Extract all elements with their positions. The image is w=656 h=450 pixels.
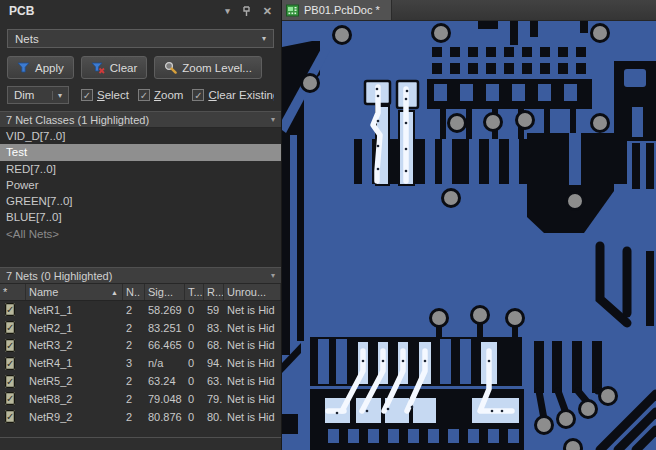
- net-r: 94.: [204, 357, 224, 369]
- net-unrouted: Net is Hid: [224, 411, 281, 423]
- apply-button[interactable]: Apply: [7, 56, 74, 79]
- document-tab[interactable]: PB01.PcbDoc *: [282, 0, 392, 20]
- net-t: 0: [185, 322, 204, 334]
- column-header-t[interactable]: T...: [185, 284, 204, 300]
- net-r: 80.: [204, 411, 224, 423]
- pcb-editor: PB01.PcbDoc *: [282, 0, 656, 450]
- net-class-item[interactable]: Power: [0, 177, 281, 193]
- net-signal: 80.876: [145, 411, 185, 423]
- net-signal: n/a: [145, 357, 185, 369]
- table-row[interactable]: ✓ NetR8_2 2 79.048 0 79. Net is Hid: [0, 390, 281, 408]
- net-class-item-all-nets[interactable]: <All Nets>: [0, 226, 281, 242]
- close-icon[interactable]: ✕: [263, 6, 272, 17]
- net-nodes: 2: [123, 411, 145, 423]
- column-header-nodes[interactable]: N..: [123, 284, 145, 300]
- net-class-item[interactable]: RED[7..0]: [0, 161, 281, 177]
- net-signal: 66.465: [145, 339, 185, 351]
- table-row[interactable]: ✓ NetR1_1 2 58.269 0 59 Net is Hid: [0, 301, 281, 319]
- dim-mode-value: Dim: [14, 89, 34, 101]
- magnifier-icon: [164, 61, 177, 74]
- nets-table-header-row: * Name ▲ N.. Sig... T... R... Unrou...: [0, 284, 281, 301]
- column-header-enabled[interactable]: *: [0, 284, 26, 300]
- net-class-item[interactable]: BLUE[7..0]: [0, 209, 281, 225]
- net-signal: 58.269: [145, 304, 185, 316]
- checkbox-check-icon: ✓: [192, 89, 204, 101]
- section-collapse-icon: ▾: [271, 115, 275, 124]
- net-name: NetR3_2: [26, 339, 123, 351]
- browse-mode-value: Nets: [15, 33, 39, 45]
- column-header-signal[interactable]: Sig...: [145, 284, 185, 300]
- net-name: NetR2_1: [26, 322, 123, 334]
- checkbox-check-icon: ✓: [138, 89, 150, 101]
- net-unrouted: Net is Hid: [224, 357, 281, 369]
- table-row[interactable]: ✓ NetR4_1 3 n/a 0 94. Net is Hid: [0, 354, 281, 372]
- table-row[interactable]: ✓ NetR3_2 2 66.465 0 68. Net is Hid: [0, 337, 281, 355]
- net-t: 0: [185, 375, 204, 387]
- table-row[interactable]: ✓ NetR9_2 2 80.876 0 80. Net is Hid: [0, 408, 281, 426]
- panel-titlebar: PCB ▾ ✕: [0, 0, 281, 22]
- column-header-r[interactable]: R...: [204, 284, 224, 300]
- net-signal: 63.24: [145, 375, 185, 387]
- apply-funnel-icon: [17, 61, 30, 74]
- column-header-unrouted[interactable]: Unrou...: [224, 284, 281, 300]
- row-checkbox[interactable]: ✓: [5, 303, 15, 316]
- net-t: 0: [185, 357, 204, 369]
- panel-splitter[interactable]: [0, 437, 281, 450]
- net-unrouted: Net is Hid: [224, 375, 281, 387]
- row-checkbox[interactable]: ✓: [5, 410, 15, 423]
- net-r: 63.: [204, 375, 224, 387]
- net-class-item-selected[interactable]: Test: [0, 144, 281, 160]
- clear-button[interactable]: Clear: [81, 56, 147, 79]
- row-checkbox[interactable]: ✓: [5, 392, 15, 405]
- browse-mode-select[interactable]: Nets ▾: [7, 29, 274, 48]
- altium-workspace: PCB ▾ ✕ Nets ▾ Apply Clear: [0, 0, 656, 450]
- row-checkbox[interactable]: ✓: [5, 357, 15, 370]
- net-t: 0: [185, 339, 204, 351]
- section-collapse-icon: ▾: [271, 271, 275, 280]
- pcb-view: [282, 21, 656, 450]
- net-nodes: 2: [123, 322, 145, 334]
- net-classes-header[interactable]: 7 Net Classes (1 Highlighted) ▾: [0, 111, 281, 128]
- panel-title: PCB: [9, 4, 34, 18]
- pcb-canvas[interactable]: [282, 21, 656, 450]
- net-signal: 79.048: [145, 393, 185, 405]
- clear-funnel-icon: [91, 61, 105, 74]
- zoom-checkbox[interactable]: ✓ Zoom: [138, 89, 183, 101]
- row-checkbox[interactable]: ✓: [5, 375, 15, 388]
- table-row[interactable]: ✓ NetR2_1 2 83.251 0 83. Net is Hid: [0, 319, 281, 337]
- document-tab-label: PB01.PcbDoc *: [304, 4, 380, 16]
- net-name: NetR1_1: [26, 304, 123, 316]
- clear-existing-checkbox[interactable]: ✓ Clear Existing: [192, 89, 274, 101]
- net-nodes: 2: [123, 375, 145, 387]
- net-name: NetR8_2: [26, 393, 123, 405]
- column-header-name[interactable]: Name ▲: [26, 284, 123, 300]
- apply-button-label: Apply: [35, 62, 64, 74]
- nets-header[interactable]: 7 Nets (0 Highlighted) ▾: [0, 267, 281, 284]
- pin-icon[interactable]: [242, 6, 251, 17]
- net-r: 59: [204, 304, 224, 316]
- zoom-level-button[interactable]: Zoom Level...: [154, 56, 262, 79]
- zoom-level-button-label: Zoom Level...: [182, 62, 252, 74]
- dim-mode-select[interactable]: Dim ▾: [7, 86, 69, 104]
- chevron-down-icon: ▾: [262, 34, 266, 43]
- checkbox-check-icon: ✓: [81, 89, 93, 101]
- row-checkbox[interactable]: ✓: [5, 321, 15, 334]
- net-nodes: 2: [123, 393, 145, 405]
- net-nodes: 3: [123, 357, 145, 369]
- net-classes-header-label: 7 Net Classes (1 Highlighted): [6, 114, 149, 126]
- net-name: NetR9_2: [26, 411, 123, 423]
- net-unrouted: Net is Hid: [224, 339, 281, 351]
- net-signal: 83.251: [145, 322, 185, 334]
- net-nodes: 2: [123, 339, 145, 351]
- table-row[interactable]: ✓ NetR5_2 2 63.24 0 63. Net is Hid: [0, 372, 281, 390]
- net-class-item[interactable]: GREEN[7..0]: [0, 193, 281, 209]
- column-header-name-label: Name: [29, 286, 58, 298]
- row-checkbox[interactable]: ✓: [5, 339, 15, 352]
- net-class-item[interactable]: VID_D[7..0]: [0, 128, 281, 144]
- select-checkbox[interactable]: ✓ Select: [81, 89, 129, 101]
- panel-dropdown-icon[interactable]: ▾: [225, 7, 230, 16]
- nets-header-label: 7 Nets (0 Highlighted): [6, 270, 112, 282]
- document-tab-bar: PB01.PcbDoc *: [282, 0, 656, 21]
- sort-ascending-icon: ▲: [111, 289, 118, 296]
- clear-existing-checkbox-label: Clear Existing: [208, 89, 274, 101]
